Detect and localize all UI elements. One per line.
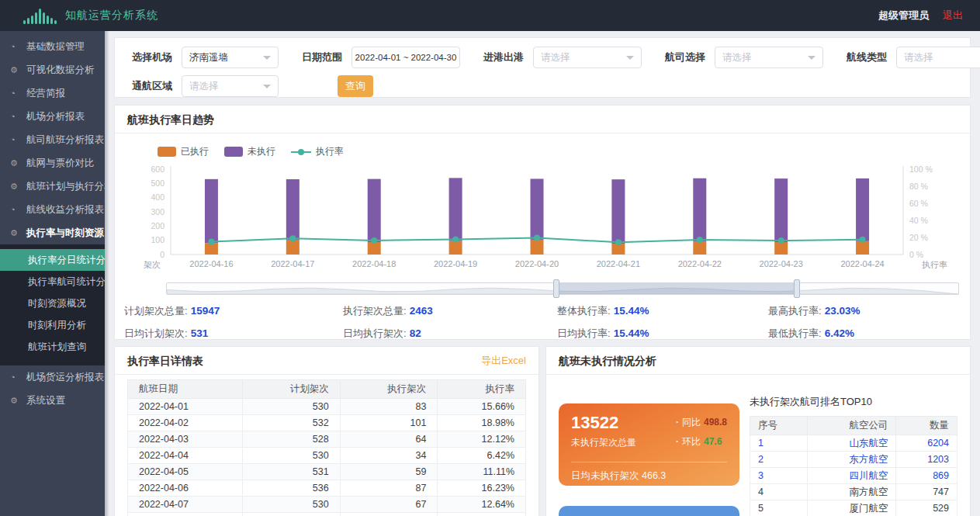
date-range-input[interactable]: 2022-04-01 ~ 2022-04-30 — [351, 47, 460, 68]
execution-detail-table: 航班日期计划架次执行架次执行率2022-04-015308315.66%2022… — [127, 379, 526, 516]
sidebar-item[interactable]: ⚙可视化数据分析 — [0, 58, 105, 81]
svg-text:0 %: 0 % — [909, 250, 923, 259]
count-cell[interactable]: 869 — [896, 468, 957, 484]
sidebar-item-label: 执行率与时刻资源 — [26, 227, 104, 240]
sidebar-subitem[interactable]: 时刻资源概况 — [0, 293, 105, 314]
route-type-select[interactable]: 请选择 — [896, 47, 980, 68]
table-cell: 532 — [242, 415, 340, 431]
table-cell: 13.66% — [438, 513, 526, 516]
legend-line-swatch — [291, 151, 311, 153]
table-row: 2022-04-085277213.66% — [128, 513, 526, 516]
gear-icon: ⚙ — [10, 396, 21, 406]
airline-select-placeholder: 请选择 — [722, 51, 752, 64]
chevron-down-icon — [263, 85, 271, 92]
airline-select[interactable]: 请选择 — [715, 47, 823, 68]
rank-cell[interactable]: 2 — [750, 452, 808, 468]
table-row: 2022-04-04530346.42% — [128, 448, 526, 464]
stat-item: 日均计划架次:531 — [124, 327, 343, 340]
table-cell: 527 — [242, 513, 340, 516]
sidebar-subitem[interactable]: 时刻利用分析 — [0, 314, 105, 336]
sidebar-item[interactable]: ◔航司航班分析报表 — [0, 128, 105, 151]
sidebar-item[interactable]: ◔经营简报 — [0, 81, 105, 105]
stat-label: 整体执行率: — [557, 305, 611, 317]
svg-text:2022-04-20: 2022-04-20 — [515, 259, 559, 268]
region-filter-label: 通航区域 — [132, 79, 172, 93]
search-button[interactable]: 查询 — [338, 75, 373, 97]
sidebar-item[interactable]: ◔机场分析报表 — [0, 105, 105, 128]
rank-cell[interactable]: 1 — [750, 435, 808, 452]
sidebar-item[interactable]: ⚙执行率与时刻资源 — [0, 221, 105, 244]
unexecuted-total-value: 13522 — [571, 414, 636, 432]
svg-text:2022-04-19: 2022-04-19 — [434, 259, 477, 268]
top10-col-header: 航空公司 — [808, 417, 896, 435]
stat-label: 执行架次总量: — [343, 305, 407, 317]
table-cell: 530 — [242, 448, 340, 464]
airline-name-cell[interactable]: 东方航空 — [808, 452, 896, 468]
table-cell: 530 — [242, 399, 340, 415]
stat-value: 2463 — [410, 305, 433, 317]
trend-chart-svg: 01002003004005006000 %20 %40 %60 %80 %10… — [121, 160, 948, 278]
trend-panel: 航班执行率日趋势 已执行未执行执行率 01002003004005006000 … — [114, 105, 971, 340]
yoy-value: 498.8 — [704, 417, 727, 428]
region-select[interactable]: 请选择 — [182, 75, 279, 97]
sidebar-item[interactable]: ◔基础数据管理 — [0, 35, 105, 58]
datazoom-handle-left[interactable] — [553, 279, 559, 298]
sidebar-item[interactable]: ◔机场货运分析报表 — [0, 365, 105, 389]
svg-text:100 %: 100 % — [909, 164, 933, 174]
legend-item-bar[interactable]: 已执行 — [158, 145, 209, 158]
airline-name-cell[interactable]: 山东航空 — [808, 435, 896, 452]
detail-col-header: 航班日期 — [128, 380, 243, 399]
sidebar-subitem[interactable]: 航班计划查询 — [0, 336, 105, 358]
top10-row[interactable]: 3四川航空869 — [750, 468, 957, 484]
stat-label: 日均执行率: — [557, 327, 611, 339]
count-cell[interactable]: 1203 — [896, 452, 957, 468]
stat-label: 最低执行率: — [768, 327, 822, 339]
airport-select[interactable]: 济南遥墙 — [182, 47, 279, 68]
gauge-icon: ◔ — [10, 372, 21, 382]
sidebar-item-label: 系统设置 — [26, 394, 65, 407]
stat-item: 最高执行率:23.03% — [768, 304, 957, 318]
sidebar-item-label: 机场货运分析报表 — [26, 371, 104, 384]
gauge-icon: ◔ — [10, 205, 21, 214]
sidebar-item-label: 航司航班分析报表 — [26, 133, 104, 147]
detail-col-header: 计划架次 — [242, 380, 340, 399]
filter-panel: 选择机场 济南遥墙 日期范围 2022-04-01 ~ 2022-04-30 进… — [114, 37, 971, 98]
daily-unexecuted-value: 466.3 — [642, 470, 666, 481]
datazoom-slider[interactable] — [166, 282, 959, 295]
app-header: 知航运营分析系统 超级管理员 退出 — [0, 0, 980, 31]
rank-cell[interactable]: 3 — [750, 468, 808, 484]
inout-select[interactable]: 请选择 — [533, 47, 642, 68]
top10-row[interactable]: 2东方航空1203 — [750, 452, 957, 468]
sidebar-subitem[interactable]: 执行率航司统计分析 — [0, 271, 105, 293]
sidebar-item[interactable]: ⚙航班计划与执行分析 — [0, 175, 105, 198]
svg-text:20 %: 20 % — [909, 233, 928, 242]
logout-link[interactable]: 退出 — [943, 9, 963, 23]
mom-value: 47.6 — [704, 436, 722, 447]
sidebar-item-label: 经营简报 — [26, 87, 65, 100]
datazoom-handle-right[interactable] — [794, 279, 800, 298]
top10-title: 未执行架次航司排名TOP10 — [750, 395, 957, 409]
stat-value: 82 — [410, 327, 421, 339]
stat-label: 计划架次总量: — [124, 305, 188, 317]
top10-row[interactable]: 1山东航空6204 — [750, 435, 957, 452]
table-cell: 531 — [242, 464, 340, 480]
svg-text:2022-04-24: 2022-04-24 — [840, 259, 884, 268]
sidebar-item[interactable]: ⚙航网与票价对比 — [0, 151, 105, 175]
sidebar-item[interactable]: ◔航线收益分析报表 — [0, 198, 105, 221]
stat-value: 15.44% — [614, 327, 649, 339]
sidebar-item[interactable]: ⚙系统设置 — [0, 389, 105, 412]
legend-item-bar[interactable]: 未执行 — [224, 145, 275, 158]
export-excel-link[interactable]: 导出Excel — [481, 347, 526, 375]
top10-airlines-table: 序号航空公司数量1山东航空62042东方航空12033四川航空8694南方航空7… — [750, 416, 957, 516]
sidebar-subitem-active[interactable]: 执行率分日统计分析 — [0, 249, 105, 271]
datazoom-selection[interactable] — [556, 283, 797, 294]
legend-item-line[interactable]: 执行率 — [291, 145, 344, 158]
airline-name-cell[interactable]: 四川航空 — [808, 468, 896, 484]
app-title: 知航运营分析系统 — [65, 9, 158, 23]
count-cell[interactable]: 6204 — [896, 435, 957, 452]
table-row: 2022-04-0253210118.98% — [128, 415, 526, 431]
route-type-select-placeholder: 请选择 — [904, 51, 933, 64]
table-cell: 2022-04-03 — [128, 431, 243, 448]
svg-text:200: 200 — [151, 221, 164, 230]
top10-col-header: 序号 — [750, 417, 808, 435]
